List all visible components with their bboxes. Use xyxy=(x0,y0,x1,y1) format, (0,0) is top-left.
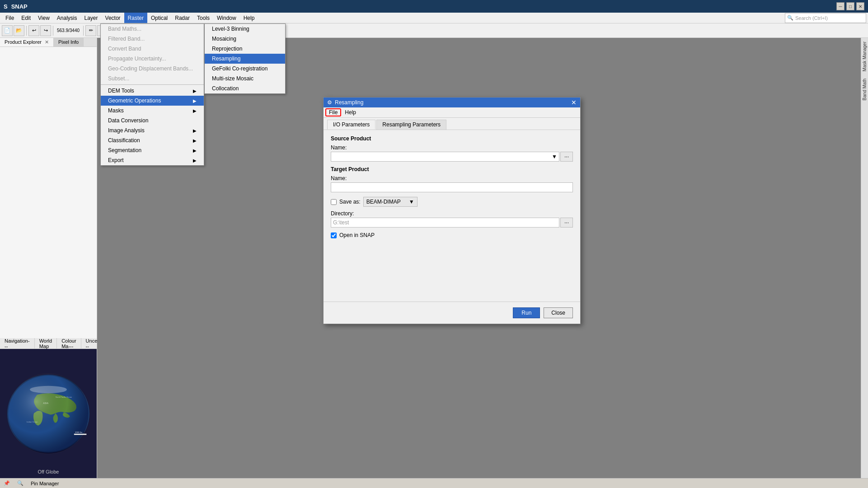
title-bar-controls: ─ □ ✕ xyxy=(836,2,864,10)
directory-input[interactable] xyxy=(331,218,559,228)
target-product-label: Target Product xyxy=(331,166,573,172)
tab-navigation[interactable]: Navigation--- xyxy=(0,338,35,349)
dialog-titlebar: ⚙ Resampling ✕ xyxy=(324,98,580,107)
redo-btn[interactable]: ↪ xyxy=(40,25,51,36)
submenu-resampling[interactable]: Resampling xyxy=(205,54,285,64)
menu-layer[interactable]: Layer xyxy=(81,13,102,23)
status-search-icon: 🔍 xyxy=(17,480,23,486)
search-bar: 🔍 Search (Ctrl+I) xyxy=(785,13,866,23)
save-format-dropdown[interactable]: BEAM-DIMAP ▼ xyxy=(363,197,418,207)
open-in-snap-label: Open in SNAP xyxy=(339,232,375,238)
dialog-tab-io[interactable]: I/O Parameters xyxy=(327,120,375,130)
menu-view[interactable]: View xyxy=(34,13,53,23)
new-btn[interactable]: 📄 xyxy=(2,25,13,36)
open-in-snap-checkbox[interactable] xyxy=(331,232,337,238)
resampling-dialog: ⚙ Resampling ✕ File Help I/O Parameters … xyxy=(323,97,581,324)
menu-band-maths[interactable]: Band Maths... xyxy=(101,24,204,34)
dialog-tabs: I/O Parameters Resampling Parameters xyxy=(324,118,580,130)
tab-world-map[interactable]: World Map xyxy=(35,338,57,349)
status-bar: 📌 🔍 Pin Manager xyxy=(0,478,868,488)
menu-propagate-uncertainty[interactable]: Propagate Uncertainty... xyxy=(101,54,204,64)
dialog-title: Resampling xyxy=(335,99,363,106)
raster-dropdown: Band Maths... Filtered Band... Convert B… xyxy=(100,23,204,166)
sidebar-mask-manager[interactable]: Mask Manager xyxy=(861,38,868,75)
menu-edit[interactable]: Edit xyxy=(18,13,34,23)
tool1[interactable]: ✏ xyxy=(85,25,96,36)
status-pin-manager[interactable]: Pin Manager xyxy=(31,481,59,486)
close-product-explorer[interactable]: ✕ xyxy=(45,39,49,45)
menu-geometric-operations[interactable]: Geometric Operations ▶ xyxy=(101,96,204,106)
dem-tools-arrow: ▶ xyxy=(193,88,197,93)
submenu-level3-binning[interactable]: Level-3 Binning xyxy=(205,24,285,34)
segmentation-arrow: ▶ xyxy=(193,148,197,153)
svg-text:2000 Km: 2000 Km xyxy=(75,431,83,433)
target-name-input[interactable] xyxy=(331,182,573,192)
source-product-dropdown[interactable]: ▼ xyxy=(331,152,559,162)
menu-segmentation[interactable]: Segmentation ▶ xyxy=(101,145,204,155)
dialog-spacer xyxy=(331,242,573,296)
menu-classification[interactable]: Classification ▶ xyxy=(101,135,204,145)
title-bar-left: S SNAP xyxy=(4,3,28,10)
submenu-mosaicing[interactable]: Mosaicing xyxy=(205,34,285,44)
search-placeholder: Search (Ctrl+I) xyxy=(795,15,828,21)
menu-help[interactable]: Help xyxy=(240,13,258,23)
separator-1 xyxy=(101,84,204,85)
menu-tools[interactable]: Tools xyxy=(193,13,213,23)
svg-point-5 xyxy=(8,373,89,454)
tab-pixel-info[interactable]: Pixel Info xyxy=(54,38,84,46)
menu-dem-tools[interactable]: DEM Tools ▶ xyxy=(101,86,204,96)
menu-convert-band[interactable]: Convert Band xyxy=(101,44,204,54)
dialog-tab-resampling[interactable]: Resampling Parameters xyxy=(376,120,446,130)
sidebar-band-math[interactable]: Band Math xyxy=(861,75,868,104)
geom-submenu: Level-3 Binning Mosaicing Reprojection R… xyxy=(204,23,286,94)
menu-file[interactable]: File xyxy=(2,13,18,23)
coord-display: 563.9/3440 xyxy=(55,28,81,33)
submenu-reprojection[interactable]: Reprojection xyxy=(205,44,285,54)
submenu-collocation[interactable]: Collocation xyxy=(205,84,285,93)
submenu-multi-size-mosaic[interactable]: Multi-size Mosaic xyxy=(205,74,285,84)
submenu-gefolki[interactable]: GeFolki Co-registration xyxy=(205,64,285,74)
menu-subset[interactable]: Subset... xyxy=(101,74,204,84)
maximize-button[interactable]: □ xyxy=(846,2,854,10)
dialog-menu-file[interactable]: File xyxy=(325,108,341,116)
close-dialog-button[interactable]: Close xyxy=(544,307,573,318)
menu-raster[interactable]: Raster xyxy=(124,13,147,23)
directory-browse-button[interactable]: ··· xyxy=(560,218,573,228)
undo-btn[interactable]: ↩ xyxy=(28,25,39,36)
source-browse-button[interactable]: ··· xyxy=(560,152,573,162)
svg-text:ASIA: ASIA xyxy=(43,401,49,404)
left-bottom: Navigation--- World Map Colour Ma--- Unc… xyxy=(0,338,97,478)
app-icon: S xyxy=(4,3,8,10)
open-btn[interactable]: 📂 xyxy=(14,25,24,36)
menu-geo-coding[interactable]: Geo-Coding Displacement Bands... xyxy=(101,64,204,74)
source-product-label: Source Product xyxy=(331,135,573,142)
save-as-checkbox[interactable] xyxy=(331,199,337,205)
dialog-footer: Run Close xyxy=(324,302,580,324)
menu-window[interactable]: Window xyxy=(213,13,240,23)
run-button[interactable]: Run xyxy=(513,307,540,318)
close-button[interactable]: ✕ xyxy=(856,2,864,10)
minimize-button[interactable]: ─ xyxy=(836,2,845,10)
dialog-menu-help[interactable]: Help xyxy=(341,108,360,116)
menu-export[interactable]: Export ▶ xyxy=(101,155,204,165)
menu-vector[interactable]: Vector xyxy=(102,13,124,23)
dialog-icon: ⚙ xyxy=(327,99,332,106)
menu-analysis[interactable]: Analysis xyxy=(53,13,81,23)
tab-product-explorer[interactable]: Product Explorer ✕ xyxy=(0,38,54,46)
masks-arrow: ▶ xyxy=(193,108,197,113)
svg-text:Indian Ocean: Indian Ocean xyxy=(27,420,38,423)
raster-menu: Band Maths... Filtered Band... Convert B… xyxy=(100,23,204,166)
menu-filtered-band[interactable]: Filtered Band... xyxy=(101,34,204,44)
menu-data-conversion[interactable]: Data Conversion xyxy=(101,116,204,125)
menu-image-analysis[interactable]: Image Analysis ▶ xyxy=(101,125,204,135)
dialog-title-area: ⚙ Resampling xyxy=(327,99,363,106)
dialog-close-button[interactable]: ✕ xyxy=(571,99,577,106)
menu-masks[interactable]: Masks ▶ xyxy=(101,106,204,116)
menu-radar[interactable]: Radar xyxy=(171,13,193,23)
save-format-value: BEAM-DIMAP xyxy=(366,199,401,205)
save-format-arrow: ▼ xyxy=(409,199,414,205)
menu-optical[interactable]: Optical xyxy=(147,13,171,23)
tab-colour-map[interactable]: Colour Ma--- xyxy=(57,338,81,349)
dropdown-arrow-icon: ▼ xyxy=(552,153,557,160)
directory-label: Directory: xyxy=(331,210,573,217)
